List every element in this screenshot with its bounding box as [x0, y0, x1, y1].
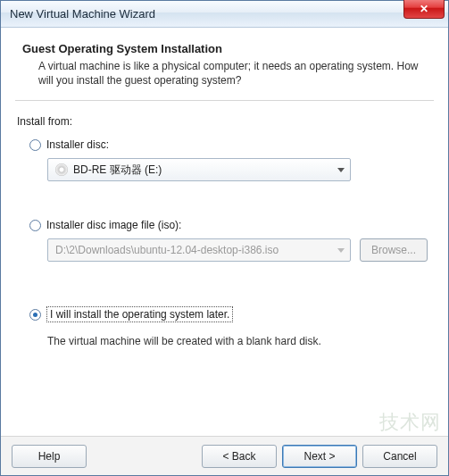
spacer: [15, 288, 434, 306]
disc-drive-value: BD-RE 驱动器 (E:): [73, 163, 162, 178]
disc-icon: [55, 163, 68, 176]
close-icon: ✕: [420, 3, 428, 15]
header-description: A virtual machine is like a physical com…: [22, 59, 430, 88]
chevron-down-icon: [337, 248, 345, 253]
spacer: [15, 347, 434, 432]
radio-install-later[interactable]: [29, 309, 41, 321]
back-button[interactable]: < Back: [202, 445, 277, 468]
iso-row: D:\2\Downloads\ubuntu-12.04-desktop-i386…: [47, 238, 434, 262]
radio-iso[interactable]: [29, 220, 41, 231]
footer-right: < Back Next > Cancel: [202, 445, 437, 468]
browse-button: Browse...: [360, 238, 428, 262]
option-install-later[interactable]: I will install the operating system late…: [29, 306, 434, 322]
header-title: Guest Operating System Installation: [22, 42, 430, 55]
radio-installer-disc[interactable]: [29, 139, 41, 151]
close-button[interactable]: ✕: [403, 0, 445, 19]
titlebar: New Virtual Machine Wizard ✕: [1, 1, 448, 28]
disc-drive-select[interactable]: BD-RE 驱动器 (E:): [47, 158, 351, 181]
option-installer-disc[interactable]: Installer disc:: [29, 138, 434, 151]
option-iso-label: Installer disc image file (iso):: [46, 219, 181, 231]
cancel-button[interactable]: Cancel: [362, 445, 437, 468]
window-title: New Virtual Machine Wizard: [1, 7, 155, 21]
iso-path-value: D:\2\Downloads\ubuntu-12.04-desktop-i386…: [55, 244, 279, 256]
option-install-later-label: I will install the operating system late…: [46, 306, 233, 322]
footer: Help < Back Next > Cancel: [1, 436, 448, 475]
option-installer-disc-label: Installer disc:: [46, 138, 109, 151]
spacer: [15, 197, 434, 219]
content-area: Guest Operating System Installation A vi…: [1, 28, 448, 436]
next-button[interactable]: Next >: [282, 445, 357, 468]
install-later-note: The virtual machine will be created with…: [47, 335, 434, 347]
chevron-down-icon: [337, 168, 345, 172]
option-iso[interactable]: Installer disc image file (iso):: [29, 219, 434, 231]
install-from-label: Install from:: [17, 115, 434, 128]
help-button[interactable]: Help: [12, 445, 87, 468]
iso-path-select: D:\2\Downloads\ubuntu-12.04-desktop-i386…: [47, 238, 351, 262]
wizard-header: Guest Operating System Installation A vi…: [15, 37, 434, 101]
wizard-window: New Virtual Machine Wizard ✕ Guest Opera…: [0, 0, 449, 476]
